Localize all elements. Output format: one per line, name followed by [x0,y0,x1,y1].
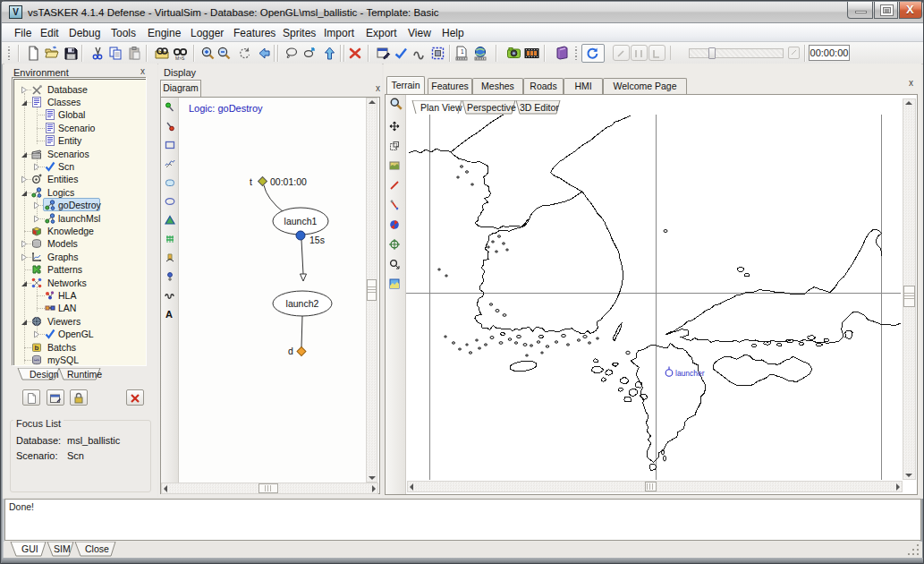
svg-text:t: t [250,176,252,187]
svg-text:GUI: GUI [21,543,38,554]
svg-text:d: d [288,346,293,356]
svg-text:M>S: M>S [175,56,185,61]
svg-text:Close: Close [85,543,109,554]
svg-text:1: 1 [461,48,464,55]
svg-text:15s: 15s [309,235,325,245]
svg-text:launch1: launch1 [284,216,318,226]
svg-text:00:01:00: 00:01:00 [270,176,307,187]
svg-text:Design: Design [30,369,59,380]
svg-text:A: A [165,309,173,320]
svg-text:Runtime: Runtime [67,369,102,380]
svg-text:b: b [35,344,39,352]
svg-text:launcher: launcher [675,369,705,378]
svg-text:3D Editor: 3D Editor [520,102,559,113]
svg-text:Logic: goDestroy: Logic: goDestroy [189,103,263,114]
svg-text:Perspective: Perspective [467,102,516,113]
svg-text:Plan View: Plan View [420,102,462,113]
svg-text:launch2: launch2 [286,298,319,309]
svg-text:SIM: SIM [54,543,71,554]
